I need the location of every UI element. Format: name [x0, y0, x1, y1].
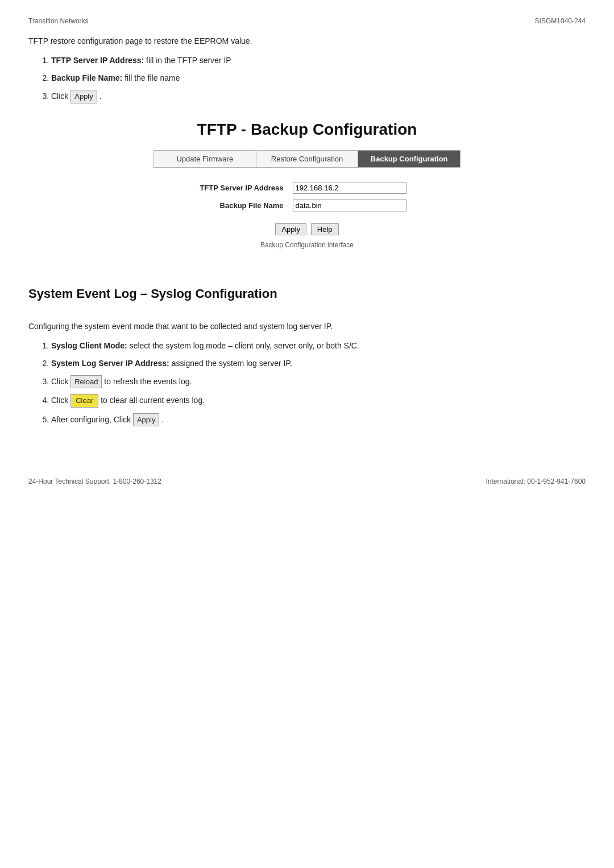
step3-apply-button[interactable]: Apply: [70, 90, 97, 103]
step3-before: Click: [51, 92, 70, 101]
reload-button[interactable]: Reload: [70, 375, 102, 389]
syslog-step5-after: .: [161, 415, 164, 424]
page-footer: 24-Hour Technical Support: 1-800-260-131…: [28, 472, 586, 485]
apply-button[interactable]: Apply: [275, 223, 306, 235]
backup-step-2: Backup File Name: fill the file name: [51, 72, 586, 84]
page-header: Transition Networks SISGM1040-244: [28, 17, 586, 25]
backup-file-input[interactable]: [293, 200, 406, 211]
backup-steps-list: TFTP Server IP Address: fill in the TFTP…: [51, 55, 586, 103]
tab-bar: Update Firmware Restore Configuration Ba…: [154, 150, 460, 168]
tab-update-firmware[interactable]: Update Firmware: [154, 151, 256, 167]
syslog-apply-button[interactable]: Apply: [133, 413, 160, 427]
intro-text: TFTP restore configuration page to resto…: [28, 36, 586, 45]
syslog-step1-detail: select the system log mode – client only…: [130, 341, 359, 350]
syslog-step5-before: After configuring, Click: [51, 415, 133, 424]
syslog-step-2: System Log Server IP Address: assigned t…: [51, 358, 586, 369]
syslog-step4-after: to clear all current events log.: [101, 396, 205, 405]
footer-left: 24-Hour Technical Support: 1-800-260-131…: [28, 477, 161, 485]
backup-file-cell: [288, 197, 443, 214]
syslog-step-4: Click Clear to clear all current events …: [51, 394, 586, 408]
syslog-step3-before: Click: [51, 377, 70, 386]
syslog-step1-label: Syslog Client Mode:: [51, 341, 127, 350]
step1-detail: fill in the TFTP server IP: [146, 56, 231, 65]
tab-restore-configuration[interactable]: Restore Configuration: [256, 151, 359, 167]
form-buttons: Apply Help: [28, 223, 586, 235]
form-row-backup-file: Backup File Name: [171, 197, 443, 214]
step3-after: .: [99, 92, 102, 101]
syslog-step-3: Click Reload to refresh the events log.: [51, 375, 586, 389]
syslog-step-1: Syslog Client Mode: select the system lo…: [51, 340, 586, 352]
header-right: SISGM1040-244: [535, 17, 586, 25]
syslog-step-5: After configuring, Click Apply .: [51, 413, 586, 427]
form-row-server-ip: TFTP Server IP Address: [171, 179, 443, 197]
step2-detail: fill the file name: [125, 73, 180, 82]
backup-form: TFTP Server IP Address Backup File Name: [171, 179, 443, 214]
syslog-step3-after: to refresh the events log.: [104, 377, 192, 386]
server-ip-label: TFTP Server IP Address: [171, 179, 288, 197]
section2-title: System Event Log – Syslog Configuration: [28, 286, 586, 304]
syslog-step4-before: Click: [51, 396, 70, 405]
server-ip-cell: [288, 179, 443, 197]
header-left: Transition Networks: [28, 17, 89, 25]
clear-button[interactable]: Clear: [70, 394, 98, 408]
section2-intro: Configuring the system event mode that w…: [28, 322, 586, 331]
backup-file-label: Backup File Name: [171, 197, 288, 214]
syslog-steps-list: Syslog Client Mode: select the system lo…: [51, 340, 586, 427]
step2-label: Backup File Name:: [51, 73, 122, 82]
syslog-step2-detail: assigned the system log server IP.: [172, 359, 292, 368]
step1-label: TFTP Server IP Address:: [51, 56, 144, 65]
help-button[interactable]: Help: [311, 223, 339, 235]
form-caption: Backup Configuration interface: [28, 241, 586, 249]
server-ip-input[interactable]: [293, 182, 406, 194]
syslog-step2-label: System Log Server IP Address:: [51, 359, 169, 368]
backup-step-1: TFTP Server IP Address: fill in the TFTP…: [51, 55, 586, 67]
section-title: TFTP - Backup Configuration: [28, 121, 586, 139]
tab-backup-configuration[interactable]: Backup Configuration: [358, 151, 460, 167]
backup-step-3: Click Apply .: [51, 90, 586, 103]
footer-right: International: 00-1-952-941-7600: [486, 477, 586, 485]
